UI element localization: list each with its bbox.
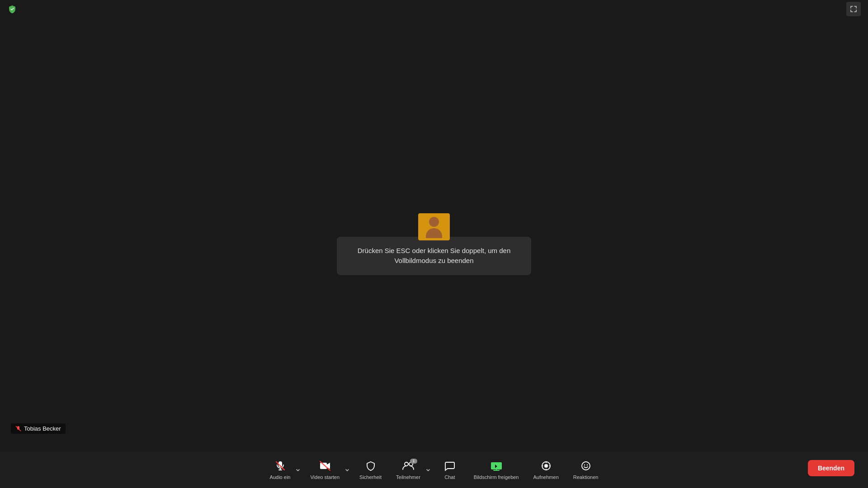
participants-group: 1 Teilnehmer — [390, 455, 432, 484]
svg-rect-6 — [320, 463, 327, 469]
fullscreen-tooltip: Drücken Sie ESC oder klicken Sie doppelt… — [337, 213, 531, 275]
audio-button[interactable]: Audio ein — [264, 455, 297, 484]
svg-point-13 — [582, 462, 590, 470]
security-label: Sicherheit — [359, 474, 382, 480]
top-bar — [0, 0, 868, 18]
participant-avatar — [418, 213, 450, 240]
video-button[interactable]: Video starten — [304, 455, 346, 484]
reactions-label: Reaktionen — [573, 474, 599, 480]
end-call-button[interactable]: Beenden — [808, 460, 854, 476]
participants-count-badge: 1 — [410, 459, 417, 464]
reactions-button[interactable]: Reaktionen — [567, 455, 605, 484]
svg-point-8 — [405, 462, 408, 466]
reactions-icon — [580, 459, 591, 473]
tooltip-text: Drücken Sie ESC oder klicken Sie doppelt… — [358, 247, 511, 265]
participant-name: Tobias Becker — [24, 425, 61, 432]
shield-icon — [7, 4, 17, 14]
record-button[interactable]: Aufnehmen — [527, 455, 565, 484]
avatar-head — [429, 217, 439, 227]
chat-label: Chat — [444, 474, 455, 480]
center-area: Drücken Sie ESC oder klicken Sie doppelt… — [0, 0, 868, 488]
mic-icon — [275, 459, 286, 473]
avatar-body — [426, 228, 442, 238]
chat-button[interactable]: Chat — [434, 455, 466, 484]
toolbar: Audio ein Video starten — [0, 452, 868, 488]
audio-group: Audio ein — [264, 455, 302, 484]
security-button[interactable]: Sicherheit — [353, 455, 388, 484]
participants-icon: 1 — [402, 459, 415, 473]
video-arrow[interactable] — [343, 455, 351, 484]
name-tag: Tobias Becker — [11, 423, 66, 434]
chat-icon — [444, 459, 455, 473]
exit-fullscreen-button[interactable] — [846, 2, 861, 16]
security-icon — [365, 459, 376, 473]
video-label: Video starten — [310, 474, 340, 480]
participants-button[interactable]: 1 Teilnehmer — [390, 455, 427, 484]
record-label: Aufnehmen — [533, 474, 558, 480]
audio-arrow[interactable] — [294, 455, 302, 484]
mic-muted-icon — [15, 426, 21, 432]
participants-arrow[interactable] — [424, 455, 432, 484]
share-screen-icon — [490, 459, 503, 473]
participant-avatar-inner — [418, 213, 450, 240]
tooltip-box: Drücken Sie ESC oder klicken Sie doppelt… — [337, 237, 531, 275]
video-icon — [319, 459, 331, 473]
share-screen-label: Bildschirm freigeben — [474, 474, 519, 480]
video-group: Video starten — [304, 455, 351, 484]
participants-label: Teilnehmer — [396, 474, 420, 480]
svg-point-15 — [586, 465, 587, 465]
record-icon — [541, 459, 552, 473]
audio-label: Audio ein — [270, 474, 291, 480]
svg-point-14 — [584, 465, 585, 465]
share-screen-button[interactable]: Bildschirm freigeben — [467, 455, 525, 484]
svg-point-11 — [544, 464, 548, 468]
